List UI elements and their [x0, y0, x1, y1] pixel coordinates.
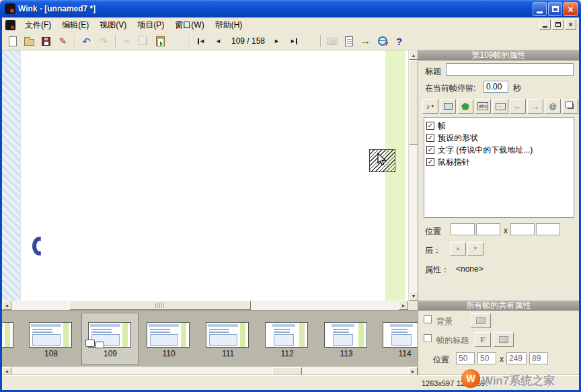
paste-button[interactable] [153, 34, 168, 48]
filmstrip-thumbnail-114[interactable] [383, 322, 418, 348]
add-callout-button[interactable]: ← [492, 99, 508, 114]
frame-title-checkbox[interactable] [424, 334, 432, 342]
filmstrip-scrollbar[interactable]: ◄ ► [2, 366, 418, 375]
scroll-left-button[interactable]: ◄ [2, 301, 11, 310]
frame-number: 114 [383, 349, 418, 358]
frame-title-input[interactable] [446, 63, 574, 76]
copy-button[interactable] [136, 34, 151, 48]
font-icon: F [480, 334, 486, 345]
close-button[interactable]: × [564, 2, 578, 16]
image-button[interactable] [440, 99, 456, 114]
thumb-art [2, 324, 3, 327]
render-run-button[interactable]: → [358, 34, 373, 48]
cut-button[interactable]: ✂ [119, 34, 134, 48]
next-frame-button[interactable]: ► [269, 34, 284, 48]
add-shape-button[interactable] [457, 99, 473, 114]
redo-button[interactable]: ↷ [95, 34, 111, 48]
list-item[interactable]: ✓ 文字 (传说中的下载地址...) [424, 144, 574, 156]
editing-canvas[interactable]: ▲ ▼ [2, 50, 418, 301]
copy-attributes-button[interactable] [562, 99, 578, 114]
filmstrip-thumbnail-111[interactable] [206, 322, 249, 348]
first-frame-button[interactable]: ◄ [194, 34, 209, 48]
at-sign-icon: @ [549, 103, 557, 110]
layer-down-icon: ▼ [473, 246, 478, 251]
scroll-down-button[interactable]: ▼ [409, 291, 418, 301]
shape-badge-icon [95, 342, 104, 348]
checkbox-checked[interactable]: ✓ [426, 134, 434, 142]
scroll-up-button[interactable]: ▲ [409, 50, 418, 60]
canvas-horizontal-scrollbar[interactable]: ◄ ► [2, 301, 408, 310]
goto-previous-frame-button[interactable]: ← [510, 99, 526, 114]
save-floppy-icon [42, 37, 50, 46]
frame-objects-list[interactable]: ✓ 帧 ✓ 预设的形状 ✓ 文字 (传说中的下载地址...) ✓ 鼠标指针 [424, 117, 574, 218]
common-width-input[interactable] [506, 352, 527, 364]
menu-window[interactable]: 窗口(W) [169, 17, 209, 32]
callout-icon: ← [496, 103, 506, 110]
last-frame-button[interactable]: ► [286, 34, 301, 48]
checkbox-checked[interactable]: ✓ [426, 158, 434, 166]
height-input[interactable] [536, 223, 560, 235]
filmstrip-thumbnail-113[interactable] [324, 322, 367, 348]
mdi-restore-button[interactable] [552, 19, 564, 30]
help-button[interactable]: ? [391, 34, 407, 48]
position-y-input[interactable] [476, 223, 500, 235]
background-checkbox[interactable] [424, 315, 432, 323]
stay-duration-input[interactable] [483, 81, 508, 93]
list-item[interactable]: ✓ 预设的形状 [424, 132, 574, 144]
capture-button[interactable] [324, 34, 340, 48]
filmstrip-thumbnail-110[interactable] [147, 322, 190, 348]
checkbox-checked[interactable]: ✓ [426, 146, 434, 154]
common-x-input[interactable] [456, 352, 475, 364]
width-input[interactable] [510, 223, 535, 235]
canvas-vertical-scrollbar[interactable]: ▲ ▼ [408, 50, 418, 301]
scroll-left-icon: ◄ [5, 303, 9, 308]
thumb-art [91, 329, 112, 330]
layer-down-button[interactable]: ▼ [467, 242, 483, 256]
maximize-button[interactable] [548, 2, 562, 16]
undo-button[interactable]: ↶ [79, 34, 94, 48]
frame-title-color-button[interactable] [494, 332, 514, 347]
audio-button[interactable]: ♪ ▼ [422, 99, 438, 114]
position-x-input[interactable] [451, 223, 475, 235]
font-button[interactable]: F [475, 332, 491, 347]
thumb-art [90, 324, 120, 327]
list-item[interactable]: ✓ 鼠标指针 [424, 156, 574, 168]
view-rendered-output-button[interactable]: ? [375, 34, 390, 48]
render-project-button[interactable]: ✎ [55, 34, 71, 48]
mdi-close-button[interactable]: × [565, 19, 576, 30]
check-icon: ✓ [428, 147, 433, 153]
menu-file[interactable]: 文件(F) [20, 17, 56, 32]
scroll-right-button[interactable]: ► [399, 301, 408, 310]
menu-view[interactable]: 视图(V) [94, 17, 132, 32]
thumb-art [333, 334, 353, 346]
filmstrip-thumbnail-partial[interactable] [2, 322, 13, 348]
background-picker-button[interactable] [471, 313, 491, 328]
list-item[interactable]: ✓ 帧 [424, 120, 574, 132]
vertical-scroll-thumb[interactable] [409, 60, 418, 145]
add-textbox-button[interactable]: abc [475, 99, 491, 114]
new-project-button[interactable] [5, 34, 20, 48]
previous-frame-button[interactable]: ◄ [210, 34, 226, 48]
open-project-button[interactable] [22, 34, 37, 48]
maximize-icon [552, 6, 559, 12]
save-project-button[interactable] [38, 34, 54, 48]
checkbox-checked[interactable]: ✓ [426, 122, 434, 130]
paste-clipboard-icon [156, 36, 165, 46]
common-height-input[interactable] [529, 352, 548, 364]
mdi-minimize-button[interactable] [539, 19, 551, 30]
horizontal-scroll-thumb[interactable] [69, 301, 251, 310]
common-y-input[interactable] [477, 352, 496, 364]
goto-url-button[interactable]: @ [545, 99, 561, 114]
goto-next-frame-button[interactable]: → [527, 99, 543, 114]
filmstrip-thumbnail-108[interactable] [29, 322, 72, 348]
minimize-button[interactable] [533, 2, 547, 16]
menu-edit[interactable]: 编辑(E) [56, 17, 94, 32]
filmstrip-thumbnail-112[interactable] [265, 322, 308, 348]
page-green-column [385, 50, 405, 301]
canvas-margin-stripes [2, 50, 21, 301]
filmstrip-scroll-thumb[interactable] [272, 367, 302, 375]
preview-frame-button[interactable] [341, 34, 356, 48]
menu-project[interactable]: 项目(P) [132, 17, 169, 32]
layer-up-button[interactable]: ▲ [450, 242, 466, 256]
menu-help[interactable]: 帮助(H) [210, 17, 248, 32]
